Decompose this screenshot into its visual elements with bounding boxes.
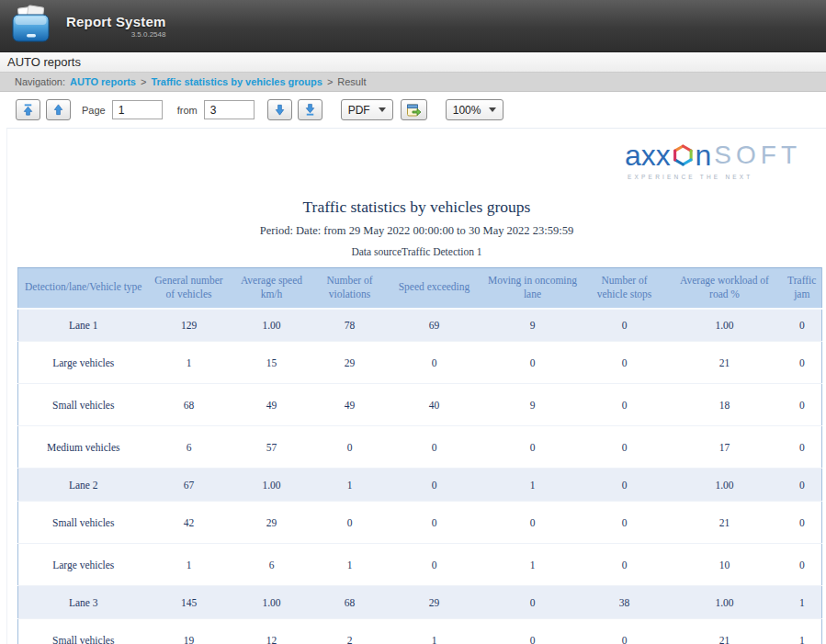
table-cell: 17 xyxy=(667,426,783,469)
table-cell: 49 xyxy=(230,384,314,426)
table-cell: 0 xyxy=(583,384,667,426)
table-cell: 1 xyxy=(783,619,822,644)
table-cell: 1 xyxy=(149,544,230,586)
vehicle-row: Medium vehicles6570000170 xyxy=(18,426,822,469)
table-cell: 19 xyxy=(149,619,230,644)
total-pages-input[interactable] xyxy=(204,100,255,119)
table-cell: 1 xyxy=(386,619,483,644)
section-title: AUTO reports xyxy=(7,55,81,69)
table-cell: Large vehicles xyxy=(18,342,149,384)
table-cell: 42 xyxy=(149,502,230,544)
table-cell: 1.00 xyxy=(230,469,314,502)
table-cell: 0 xyxy=(483,586,583,619)
first-page-button[interactable] xyxy=(16,99,40,120)
table-cell: 0 xyxy=(314,502,386,544)
lane-row: Lane 2671.0010101.000 xyxy=(18,469,822,502)
table-cell: 38 xyxy=(583,586,667,619)
column-header: Average workload of road % xyxy=(667,268,783,309)
table-cell: 21 xyxy=(667,619,783,644)
section-bar: AUTO reports xyxy=(0,52,826,73)
table-cell: 68 xyxy=(314,586,386,619)
table-cell: 0 xyxy=(386,342,483,384)
report-toolbar: Page from PDF 100% xyxy=(0,92,826,128)
table-cell: Lane 3 xyxy=(18,586,149,619)
traffic-statistics-table: Detection/lane/Vehicle typeGeneral numbe… xyxy=(17,267,822,644)
table-cell: 0 xyxy=(483,619,583,644)
vehicle-row: Small vehicles42290000210 xyxy=(18,502,822,544)
first-page-icon xyxy=(21,103,35,117)
table-cell: 12 xyxy=(230,619,314,644)
table-cell: 1 xyxy=(314,469,386,502)
table-cell: Small vehicles xyxy=(18,502,149,544)
axxonsoft-hexagon-icon xyxy=(672,142,695,168)
table-cell: 1 xyxy=(483,544,583,586)
from-label: from xyxy=(177,105,198,116)
table-cell: 0 xyxy=(386,426,483,469)
app-title: Report System xyxy=(66,14,165,29)
table-cell: Lane 1 xyxy=(18,309,149,342)
app-version: 3.5.0.2548 xyxy=(66,30,165,39)
table-cell: 0 xyxy=(583,502,667,544)
column-header: Moving in oncoming lane xyxy=(483,268,583,309)
report-system-logo-icon xyxy=(8,5,54,47)
report-period: Period: Date: from 29 May 2022 00:00:00 … xyxy=(7,224,826,238)
table-cell: 6 xyxy=(230,544,314,586)
table-cell: 0 xyxy=(783,469,822,502)
table-cell: 0 xyxy=(783,309,822,342)
report-data-source: Data sourceTraffic Detection 1 xyxy=(7,246,826,257)
table-cell: 57 xyxy=(230,426,314,469)
breadcrumb-separator: > xyxy=(327,76,333,87)
export-format-select[interactable]: PDF xyxy=(341,99,393,120)
table-cell: 0 xyxy=(783,502,822,544)
vehicle-row: Small vehicles6849494090180 xyxy=(18,384,822,426)
breadcrumb-link-traffic-statistics[interactable]: Traffic statistics by vehicles groups xyxy=(151,76,322,87)
table-cell: 0 xyxy=(583,619,667,644)
table-cell: 0 xyxy=(583,426,667,469)
column-header: Average speed km/h xyxy=(230,268,314,309)
last-page-button[interactable] xyxy=(298,99,322,120)
table-cell: 49 xyxy=(314,384,386,426)
table-cell: 0 xyxy=(783,384,822,426)
export-button[interactable] xyxy=(401,99,427,120)
table-cell: 0 xyxy=(783,342,822,384)
table-cell: 67 xyxy=(149,469,230,502)
table-cell: 9 xyxy=(483,309,583,342)
axxonsoft-tagline: EXPERIENCE THE NEXT xyxy=(625,174,801,180)
next-page-button[interactable] xyxy=(267,99,292,120)
vehicle-row: Large vehicles161010100 xyxy=(18,544,822,586)
table-cell: 1.00 xyxy=(667,586,783,619)
breadcrumb-link-auto-reports[interactable]: AUTO reports xyxy=(70,76,136,87)
table-cell: 0 xyxy=(783,544,822,586)
next-page-icon xyxy=(273,103,287,117)
export-format-value: PDF xyxy=(348,104,370,117)
zoom-select[interactable]: 100% xyxy=(446,99,504,120)
table-cell: 2 xyxy=(314,619,386,644)
table-cell: Small vehicles xyxy=(18,619,149,644)
chevron-down-icon xyxy=(379,107,386,112)
table-cell: 0 xyxy=(583,469,667,502)
table-cell: Large vehicles xyxy=(18,544,149,586)
table-cell: 29 xyxy=(386,586,483,619)
table-cell: 69 xyxy=(386,309,483,342)
column-header: Number of violations xyxy=(314,268,386,309)
zoom-value: 100% xyxy=(453,104,481,117)
table-cell: 21 xyxy=(667,502,783,544)
table-cell: 0 xyxy=(583,544,667,586)
table-cell: 0 xyxy=(583,309,667,342)
table-cell: 6 xyxy=(149,426,230,469)
table-header-row: Detection/lane/Vehicle typeGeneral numbe… xyxy=(18,268,822,309)
column-header: Speed exceeding xyxy=(386,268,483,309)
table-cell: 0 xyxy=(483,502,583,544)
column-header: Traffic jam xyxy=(783,268,822,309)
table-cell: 145 xyxy=(149,586,230,619)
table-cell: 1 xyxy=(149,342,230,384)
previous-page-button[interactable] xyxy=(46,99,71,120)
table-cell: 29 xyxy=(230,502,314,544)
lane-row: Lane 31451.0068290381.001 xyxy=(18,586,822,619)
table-cell: 29 xyxy=(314,342,386,384)
report-page: axx n SOFT EXPERIENCE THE NEXT Traffic s… xyxy=(6,128,826,644)
axxonsoft-logo-text: n xyxy=(696,141,712,170)
lane-row: Lane 11291.007869901.000 xyxy=(18,309,822,342)
page-input[interactable] xyxy=(112,100,163,119)
breadcrumb-separator: > xyxy=(141,76,146,87)
